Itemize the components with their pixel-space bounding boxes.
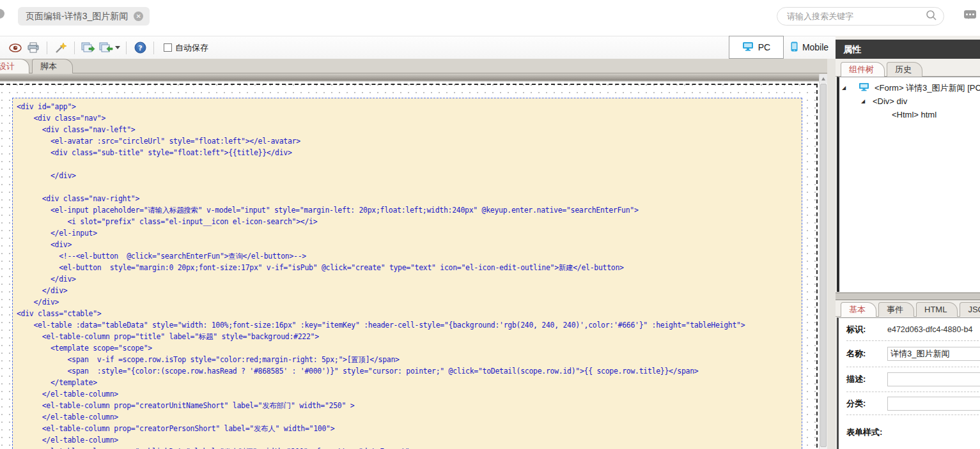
properties-panel: 属性 组件树历史 ◢<Form> 详情3_图片新闻 [PC◢<Div> div<… <box>836 36 980 449</box>
code-line: <el-input placeholder="请输入标题搜索" v-model=… <box>17 206 802 217</box>
pc-view-button[interactable]: PC <box>729 36 784 59</box>
device-toggle: PC Mobile <box>729 36 836 59</box>
code-line <box>17 160 802 171</box>
autosave-checkbox[interactable] <box>164 43 172 52</box>
tree-node[interactable]: <Html> html <box>839 108 980 121</box>
code-line: <div class="sub-title" style="float:left… <box>17 148 802 160</box>
tab-script[interactable]: 脚本 <box>32 59 73 73</box>
code-line: <div class="ctable"> <box>17 309 802 321</box>
field-label: 分类: <box>846 398 887 409</box>
autosave-label: 自动保存 <box>175 42 208 54</box>
field-row: 分类: <box>846 392 980 415</box>
code-line: </div> <box>17 275 802 286</box>
import-icon[interactable] <box>98 40 120 56</box>
code-line: <template scope="scope"> <box>17 344 802 355</box>
tree-node[interactable]: ◢<Form> 详情3_图片新闻 [PC <box>839 81 980 95</box>
mobile-view-button[interactable]: Mobile <box>784 36 836 59</box>
canvas-top-shade <box>0 74 819 82</box>
canvas-scrollbar[interactable] <box>819 74 827 449</box>
monitor-icon <box>859 82 869 93</box>
field-label: 描述: <box>846 374 887 385</box>
form-canvas-region[interactable]: <div id="app"> <div class="nav"> <div cl… <box>0 84 818 449</box>
tree-tab-strip: 组件树历史 <box>836 61 980 77</box>
export-icon[interactable] <box>81 40 96 56</box>
expanded-triangle-icon[interactable]: ◢ <box>861 98 869 104</box>
tree-node-label: <Form> 详情3_图片新闻 [PC <box>875 82 980 94</box>
toolbar-separator <box>74 42 75 54</box>
topbar: 页面编辑-详情3_图片新闻 ✕ 请输入搜索关键字 <box>0 0 980 36</box>
code-line: <div class="nav"> <box>17 114 802 125</box>
message-bubble-icon[interactable] <box>964 10 976 19</box>
code-line: <span :style="{color:(scope.row.hasRead … <box>17 367 802 378</box>
code-line <box>17 183 802 194</box>
html-component-block[interactable]: <div id="app"> <div class="nav"> <div cl… <box>12 98 802 449</box>
mobile-label: Mobile <box>802 42 828 52</box>
eye-icon[interactable] <box>8 40 23 56</box>
close-icon[interactable]: ✕ <box>134 11 143 21</box>
field-value: e472d063-dfc4-4880-b4 <box>887 325 972 334</box>
clipped-tab-icon <box>0 9 4 19</box>
code-line: <div class="nav-right"> <box>17 194 802 206</box>
code-line: <div class="nav-left"> <box>17 125 802 137</box>
page-editor-tab[interactable]: 页面编辑-详情3_图片新闻 ✕ <box>18 7 150 26</box>
global-search-input[interactable]: 请输入搜索关键字 <box>777 7 944 26</box>
tree-node[interactable]: ◢<Div> div <box>839 95 980 108</box>
mobile-phone-icon <box>791 42 798 54</box>
code-line: <el-table-column prop="creatorPersonShor… <box>17 424 802 436</box>
field-input[interactable] <box>887 347 980 361</box>
code-line: <span v-if =scope.row.isTop style="color… <box>17 355 802 367</box>
code-line: <!--<el-button @click="searchEnterFun">查… <box>17 252 802 263</box>
code-line: </el-table-column> <box>17 436 802 447</box>
wand-icon[interactable] <box>53 40 68 56</box>
tree-tab-1[interactable]: 组件树 <box>841 62 885 77</box>
design-canvas[interactable]: <div id="app"> <div class="nav"> <div cl… <box>0 74 819 449</box>
code-line: </el-table-column> <box>17 413 802 424</box>
field-label: 标识: <box>846 324 887 335</box>
panel-splitter[interactable] <box>836 293 980 300</box>
field-label: 名称: <box>846 348 887 360</box>
field-label: 表单样式: <box>846 427 882 438</box>
code-line: </el-table-column> <box>17 390 802 401</box>
code-line: <div id="app"> <box>17 102 802 114</box>
help-icon[interactable]: ? <box>132 40 148 56</box>
panel-gutter <box>827 59 836 449</box>
code-line: </div> <box>17 286 802 298</box>
scrollbar-thumb[interactable] <box>820 84 827 447</box>
code-line: </div> <box>17 298 802 309</box>
property-fields: 标识:e472d063-dfc4-4880-b4名称:描述:分类:表单样式: <box>837 317 980 449</box>
svg-text:?: ? <box>138 44 142 52</box>
chevron-down-icon[interactable] <box>115 46 120 52</box>
designer-tab-strip: 设计 脚本 <box>0 59 827 73</box>
tree-node-label: <Html> html <box>892 110 937 119</box>
field-row: 描述: <box>846 367 980 392</box>
code-line: <div> <box>17 240 802 252</box>
tree-tab-2[interactable]: 历史 <box>887 62 922 77</box>
expanded-triangle-icon[interactable]: ◢ <box>842 85 850 91</box>
detail-tab-4[interactable]: JSO <box>960 302 980 317</box>
detail-tab-strip: 基本事件HTMLJSO <box>836 301 980 317</box>
toolbar-separator <box>153 42 154 54</box>
tab-design[interactable]: 设计 <box>0 59 29 73</box>
component-tree: ◢<Form> 详情3_图片新闻 [PC◢<Div> div<Html> htm… <box>837 77 980 292</box>
field-row: 标识:e472d063-dfc4-4880-b4 <box>846 318 980 341</box>
search-icon[interactable] <box>926 10 937 24</box>
properties-header: 属性 <box>836 40 980 59</box>
detail-tab-3[interactable]: HTML <box>916 302 958 317</box>
code-line: </div> <box>17 171 802 183</box>
tree-node-label: <Div> div <box>873 96 907 106</box>
pc-monitor-icon <box>742 42 754 53</box>
field-row: 名称: <box>846 341 980 367</box>
detail-tab-2[interactable]: 事件 <box>878 302 914 317</box>
pc-label: PC <box>758 42 770 52</box>
print-icon[interactable] <box>26 40 41 56</box>
code-line: <el-avatar :src="circleUrl" style="float… <box>17 137 802 148</box>
code-line: <el-table-column prop="creatorUnitNameSh… <box>17 401 802 413</box>
toolbar: ? 自动保存 <box>0 36 836 59</box>
toolbar-separator <box>47 42 47 54</box>
detail-tab-1[interactable]: 基本 <box>841 302 876 317</box>
code-line: </el-input> <box>17 229 802 240</box>
field-input[interactable] <box>887 397 980 411</box>
field-row: 表单样式: <box>846 415 980 449</box>
field-input[interactable] <box>887 372 980 386</box>
page-tab-label: 页面编辑-详情3_图片新闻 <box>26 11 128 22</box>
